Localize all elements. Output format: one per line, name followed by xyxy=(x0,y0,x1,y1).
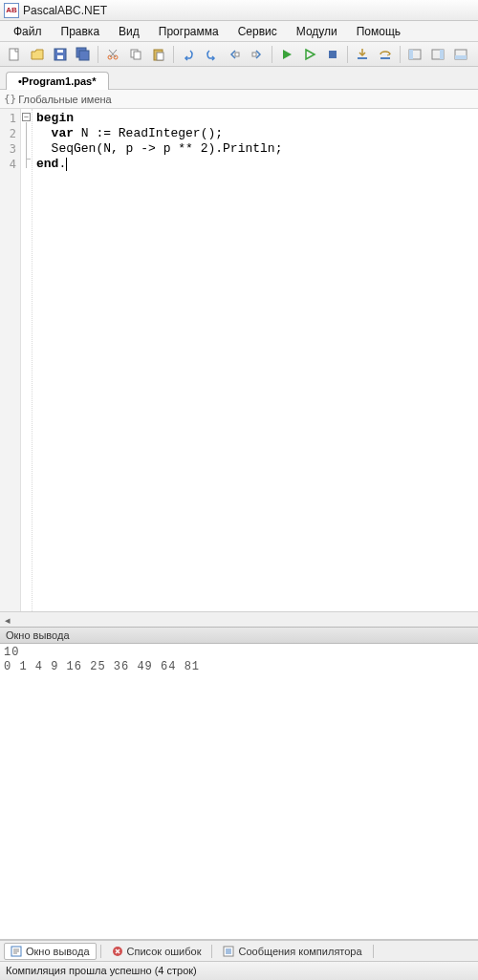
fold-column: − xyxy=(21,109,33,611)
scope-bar[interactable]: {} Глобальные имена xyxy=(0,90,478,109)
toolbar-separator xyxy=(400,46,401,63)
code-editor[interactable]: 1 2 3 4 − begin var N := ReadInteger(); … xyxy=(0,109,478,611)
titlebar: AB PascalABC.NET xyxy=(0,0,478,21)
nav-back-button[interactable] xyxy=(224,44,245,65)
step-into-button[interactable] xyxy=(352,44,373,65)
svg-rect-11 xyxy=(157,53,163,60)
panel-bottom-button[interactable] xyxy=(450,44,471,65)
paste-button[interactable] xyxy=(148,44,169,65)
output-panel[interactable]: 10 0 1 4 9 16 25 36 49 64 81 xyxy=(0,644,478,940)
status-text: Компиляция прошла успешно (4 строк) xyxy=(6,965,197,976)
panel-left-button[interactable] xyxy=(404,44,425,65)
svg-rect-13 xyxy=(252,53,256,56)
toolbar-separator xyxy=(347,46,348,63)
line-numbers: 1 2 3 4 xyxy=(0,109,21,611)
svg-rect-5 xyxy=(79,51,89,60)
toolbar-separator xyxy=(173,46,174,63)
tab-errors[interactable]: Список ошибок xyxy=(105,943,208,960)
menu-view[interactable]: Вид xyxy=(111,23,147,40)
svg-rect-2 xyxy=(57,55,63,59)
open-file-button[interactable] xyxy=(27,44,48,65)
redo-button[interactable] xyxy=(201,44,222,65)
toolbar xyxy=(0,42,478,67)
step-over-button[interactable] xyxy=(375,44,396,65)
svg-rect-0 xyxy=(10,49,18,60)
menu-modules[interactable]: Модули xyxy=(289,23,345,40)
svg-rect-22 xyxy=(455,55,467,59)
cut-button[interactable] xyxy=(102,44,123,65)
statusbar: Компиляция прошла успешно (4 строк) xyxy=(0,961,478,980)
fold-toggle[interactable]: − xyxy=(22,113,31,121)
tab-compiler[interactable]: Сообщения компилятора xyxy=(216,943,368,960)
menu-edit[interactable]: Правка xyxy=(54,23,108,40)
copy-button[interactable] xyxy=(125,44,146,65)
horizontal-scrollbar[interactable]: ◂ xyxy=(0,611,478,627)
svg-rect-12 xyxy=(235,53,239,56)
undo-button[interactable] xyxy=(178,44,199,65)
compiler-icon xyxy=(223,946,234,957)
bottom-tabbar: Окно вывода Список ошибок Сообщения комп… xyxy=(0,940,478,961)
menu-help[interactable]: Помощь xyxy=(349,23,408,40)
stop-button[interactable] xyxy=(322,44,343,65)
tabbar: •Program1.pas* xyxy=(0,67,478,90)
errors-icon xyxy=(112,946,123,957)
scope-label: Глобальные имена xyxy=(18,94,112,105)
svg-rect-20 xyxy=(440,50,444,59)
nav-fwd-button[interactable] xyxy=(247,44,268,65)
run-no-debug-button[interactable] xyxy=(299,44,320,65)
svg-rect-9 xyxy=(134,52,141,59)
svg-rect-16 xyxy=(380,57,390,59)
menu-service[interactable]: Сервис xyxy=(230,23,285,40)
menu-program[interactable]: Программа xyxy=(151,23,227,40)
text-cursor xyxy=(66,158,67,171)
scope-icon: {} xyxy=(4,93,16,105)
svg-rect-18 xyxy=(409,50,413,59)
output-panel-header: Окно вывода xyxy=(0,627,478,644)
menubar: Файл Правка Вид Программа Сервис Модули … xyxy=(0,21,478,42)
code-content[interactable]: begin var N := ReadInteger(); SeqGen(N, … xyxy=(33,109,478,611)
tab-output[interactable]: Окно вывода xyxy=(4,943,97,960)
new-file-button[interactable] xyxy=(4,44,25,65)
toolbar-separator xyxy=(98,46,98,63)
scroll-left-arrow[interactable]: ◂ xyxy=(0,612,15,628)
save-button[interactable] xyxy=(50,44,71,65)
panel-right-button[interactable] xyxy=(427,44,448,65)
run-button[interactable] xyxy=(276,44,297,65)
output-icon xyxy=(11,946,22,957)
editor-tab[interactable]: •Program1.pas* xyxy=(6,72,109,90)
app-title: PascalABC.NET xyxy=(23,4,107,17)
svg-rect-15 xyxy=(358,57,367,59)
svg-rect-3 xyxy=(57,50,63,53)
menu-file[interactable]: Файл xyxy=(6,23,50,40)
toolbar-separator xyxy=(272,46,272,63)
app-icon: AB xyxy=(4,3,19,18)
svg-rect-14 xyxy=(329,51,337,58)
save-all-button[interactable] xyxy=(73,44,94,65)
